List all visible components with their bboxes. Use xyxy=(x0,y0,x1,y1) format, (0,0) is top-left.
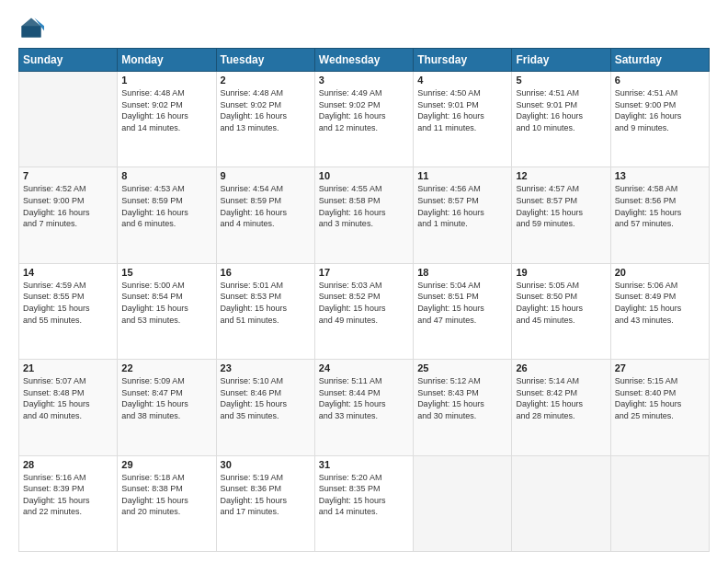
week-row-2: 14Sunrise: 4:59 AM Sunset: 8:55 PM Dayli… xyxy=(19,263,710,359)
day-info: Sunrise: 5:04 AM Sunset: 8:51 PM Dayligh… xyxy=(417,280,507,326)
day-number: 31 xyxy=(319,459,409,470)
calendar-header-saturday: Saturday xyxy=(610,49,709,72)
week-row-4: 28Sunrise: 5:16 AM Sunset: 8:39 PM Dayli… xyxy=(19,455,710,551)
day-number: 17 xyxy=(319,267,409,278)
calendar-body: 1Sunrise: 4:48 AM Sunset: 9:02 PM Daylig… xyxy=(19,72,710,552)
day-info: Sunrise: 4:48 AM Sunset: 9:02 PM Dayligh… xyxy=(121,87,211,133)
calendar-cell: 9Sunrise: 4:54 AM Sunset: 8:59 PM Daylig… xyxy=(216,167,314,263)
logo xyxy=(18,15,48,40)
calendar-header-tuesday: Tuesday xyxy=(216,49,314,72)
day-number: 12 xyxy=(516,170,606,181)
day-number: 4 xyxy=(417,75,507,86)
day-info: Sunrise: 4:54 AM Sunset: 8:59 PM Dayligh… xyxy=(221,183,311,229)
calendar-header-friday: Friday xyxy=(512,49,610,72)
calendar-cell: 11Sunrise: 4:56 AM Sunset: 8:57 PM Dayli… xyxy=(414,167,512,263)
calendar-header-monday: Monday xyxy=(118,49,216,72)
page: SundayMondayTuesdayWednesdayThursdayFrid… xyxy=(0,0,728,563)
calendar-cell: 5Sunrise: 4:51 AM Sunset: 9:01 PM Daylig… xyxy=(512,72,610,167)
day-number: 5 xyxy=(516,75,606,86)
day-number: 19 xyxy=(516,267,606,278)
calendar-cell: 29Sunrise: 5:18 AM Sunset: 8:38 PM Dayli… xyxy=(118,455,216,551)
day-info: Sunrise: 4:49 AM Sunset: 9:02 PM Dayligh… xyxy=(319,87,409,133)
day-number: 22 xyxy=(121,362,211,373)
calendar-cell: 30Sunrise: 5:19 AM Sunset: 8:36 PM Dayli… xyxy=(216,455,314,551)
calendar-cell: 4Sunrise: 4:50 AM Sunset: 9:01 PM Daylig… xyxy=(414,72,512,167)
day-info: Sunrise: 5:12 AM Sunset: 8:43 PM Dayligh… xyxy=(417,375,507,421)
calendar-cell: 15Sunrise: 5:00 AM Sunset: 8:54 PM Dayli… xyxy=(118,263,216,359)
calendar-cell: 10Sunrise: 4:55 AM Sunset: 8:58 PM Dayli… xyxy=(314,167,413,263)
day-info: Sunrise: 5:00 AM Sunset: 8:54 PM Dayligh… xyxy=(121,280,211,326)
day-number: 11 xyxy=(417,170,507,181)
calendar-cell: 26Sunrise: 5:14 AM Sunset: 8:42 PM Dayli… xyxy=(512,360,610,455)
day-info: Sunrise: 4:50 AM Sunset: 9:01 PM Dayligh… xyxy=(417,87,507,133)
day-info: Sunrise: 4:48 AM Sunset: 9:02 PM Dayligh… xyxy=(221,87,311,133)
calendar-cell: 3Sunrise: 4:49 AM Sunset: 9:02 PM Daylig… xyxy=(314,72,413,167)
day-info: Sunrise: 4:58 AM Sunset: 8:56 PM Dayligh… xyxy=(615,183,705,229)
day-number: 8 xyxy=(121,170,211,181)
calendar-header-row: SundayMondayTuesdayWednesdayThursdayFrid… xyxy=(19,49,710,72)
week-row-0: 1Sunrise: 4:48 AM Sunset: 9:02 PM Daylig… xyxy=(19,72,710,167)
day-info: Sunrise: 4:55 AM Sunset: 8:58 PM Dayligh… xyxy=(319,183,409,229)
day-number: 23 xyxy=(221,362,311,373)
calendar-header-thursday: Thursday xyxy=(414,49,512,72)
day-info: Sunrise: 5:16 AM Sunset: 8:39 PM Dayligh… xyxy=(23,472,113,518)
day-info: Sunrise: 4:56 AM Sunset: 8:57 PM Dayligh… xyxy=(417,183,507,229)
day-info: Sunrise: 5:03 AM Sunset: 8:52 PM Dayligh… xyxy=(319,280,409,326)
calendar-cell: 13Sunrise: 4:58 AM Sunset: 8:56 PM Dayli… xyxy=(610,167,709,263)
day-number: 13 xyxy=(615,170,705,181)
calendar-cell: 21Sunrise: 5:07 AM Sunset: 8:48 PM Dayli… xyxy=(19,360,118,455)
calendar-cell: 28Sunrise: 5:16 AM Sunset: 8:39 PM Dayli… xyxy=(19,455,118,551)
day-number: 30 xyxy=(221,459,311,470)
day-info: Sunrise: 5:01 AM Sunset: 8:53 PM Dayligh… xyxy=(221,280,311,326)
calendar-cell: 25Sunrise: 5:12 AM Sunset: 8:43 PM Dayli… xyxy=(414,360,512,455)
day-number: 21 xyxy=(23,362,113,373)
calendar-cell: 20Sunrise: 5:06 AM Sunset: 8:49 PM Dayli… xyxy=(610,263,709,359)
day-number: 6 xyxy=(615,75,705,86)
calendar-cell xyxy=(610,455,709,551)
svg-rect-2 xyxy=(22,26,41,37)
day-info: Sunrise: 4:51 AM Sunset: 9:01 PM Dayligh… xyxy=(516,87,606,133)
day-info: Sunrise: 5:20 AM Sunset: 8:35 PM Dayligh… xyxy=(319,472,409,518)
day-number: 7 xyxy=(23,170,113,181)
day-number: 10 xyxy=(319,170,409,181)
calendar-cell: 31Sunrise: 5:20 AM Sunset: 8:35 PM Dayli… xyxy=(314,455,413,551)
day-info: Sunrise: 4:52 AM Sunset: 9:00 PM Dayligh… xyxy=(23,183,113,229)
logo-icon xyxy=(18,15,44,40)
calendar-cell: 18Sunrise: 5:04 AM Sunset: 8:51 PM Dayli… xyxy=(414,263,512,359)
calendar-cell: 8Sunrise: 4:53 AM Sunset: 8:59 PM Daylig… xyxy=(118,167,216,263)
day-info: Sunrise: 5:11 AM Sunset: 8:44 PM Dayligh… xyxy=(319,375,409,421)
calendar-cell: 14Sunrise: 4:59 AM Sunset: 8:55 PM Dayli… xyxy=(19,263,118,359)
calendar-cell: 17Sunrise: 5:03 AM Sunset: 8:52 PM Dayli… xyxy=(314,263,413,359)
day-number: 25 xyxy=(417,362,507,373)
day-info: Sunrise: 5:06 AM Sunset: 8:49 PM Dayligh… xyxy=(615,280,705,326)
day-number: 26 xyxy=(516,362,606,373)
day-info: Sunrise: 4:51 AM Sunset: 9:00 PM Dayligh… xyxy=(615,87,705,133)
day-number: 2 xyxy=(221,75,311,86)
day-info: Sunrise: 4:57 AM Sunset: 8:57 PM Dayligh… xyxy=(516,183,606,229)
day-number: 29 xyxy=(121,459,211,470)
week-row-1: 7Sunrise: 4:52 AM Sunset: 9:00 PM Daylig… xyxy=(19,167,710,263)
day-number: 27 xyxy=(615,362,705,373)
day-info: Sunrise: 5:15 AM Sunset: 8:40 PM Dayligh… xyxy=(615,375,705,421)
calendar-cell: 27Sunrise: 5:15 AM Sunset: 8:40 PM Dayli… xyxy=(610,360,709,455)
day-number: 1 xyxy=(121,75,211,86)
day-info: Sunrise: 4:53 AM Sunset: 8:59 PM Dayligh… xyxy=(121,183,211,229)
calendar-header-sunday: Sunday xyxy=(19,49,118,72)
day-info: Sunrise: 5:18 AM Sunset: 8:38 PM Dayligh… xyxy=(121,472,211,518)
day-info: Sunrise: 5:09 AM Sunset: 8:47 PM Dayligh… xyxy=(121,375,211,421)
day-info: Sunrise: 5:07 AM Sunset: 8:48 PM Dayligh… xyxy=(23,375,113,421)
day-info: Sunrise: 5:19 AM Sunset: 8:36 PM Dayligh… xyxy=(221,472,311,518)
calendar-header-wednesday: Wednesday xyxy=(314,49,413,72)
day-number: 14 xyxy=(23,267,113,278)
week-row-3: 21Sunrise: 5:07 AM Sunset: 8:48 PM Dayli… xyxy=(19,360,710,455)
day-number: 28 xyxy=(23,459,113,470)
calendar-cell xyxy=(512,455,610,551)
day-number: 20 xyxy=(615,267,705,278)
calendar-cell xyxy=(19,72,118,167)
day-number: 18 xyxy=(417,267,507,278)
header xyxy=(18,15,710,40)
calendar-cell: 2Sunrise: 4:48 AM Sunset: 9:02 PM Daylig… xyxy=(216,72,314,167)
calendar-cell xyxy=(414,455,512,551)
day-info: Sunrise: 5:10 AM Sunset: 8:46 PM Dayligh… xyxy=(221,375,311,421)
day-number: 24 xyxy=(319,362,409,373)
